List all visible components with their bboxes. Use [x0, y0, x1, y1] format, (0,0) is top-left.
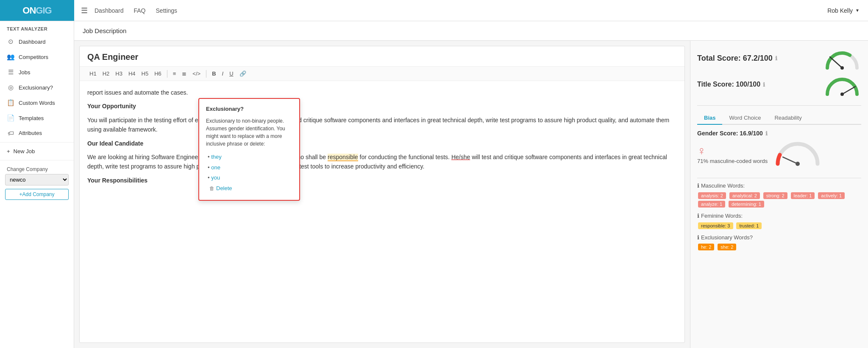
editor-heading-candidate: Our Ideal Candidate: [87, 139, 677, 148]
badge-she[interactable]: she: 2: [718, 244, 736, 250]
title-score-text: Title Score: 100/100: [697, 81, 760, 88]
badge-analyze[interactable]: analyze: 1: [698, 201, 725, 208]
sidebar: TEXT ANALYZER ⊙ Dashboard 👥 Competitors …: [0, 21, 74, 348]
editor-layout: QA Engineer H1 H2 H3 H4 H5 H6 ≡ ≣ </> B …: [74, 41, 868, 348]
logo: ONGIG: [22, 5, 51, 16]
sidebar-item-dashboard[interactable]: ⊙ Dashboard: [0, 34, 74, 49]
suggestion-you[interactable]: you: [208, 173, 292, 183]
gender-score-label: Gender Score: 16.9/100 ℹ: [697, 130, 861, 137]
highlighted-responsible[interactable]: responsible: [328, 154, 358, 161]
title-gauge-svg: [823, 74, 861, 97]
h1-button[interactable]: H1: [87, 69, 99, 78]
h4-button[interactable]: H4: [126, 69, 138, 78]
sidebar-item-attributes[interactable]: 🏷 Attributes: [0, 126, 74, 140]
editor-title-row: QA Engineer: [80, 46, 684, 67]
person-icon: ♀: [697, 144, 768, 158]
underline-button[interactable]: U: [227, 69, 235, 78]
h2-button[interactable]: H2: [100, 69, 112, 78]
sidebar-item-templates[interactable]: 📄 Templates: [0, 110, 74, 126]
change-company-label: Change Company: [0, 162, 74, 174]
tab-readability[interactable]: Readability: [768, 112, 808, 125]
nav-links: Dashboard FAQ Settings: [95, 7, 827, 14]
exclusionary-word-badges: he: 2 she: 2: [697, 243, 861, 251]
nav-dashboard[interactable]: Dashboard: [95, 7, 124, 14]
sidebar-item-exclusionary[interactable]: ◎ Exclusionary?: [0, 80, 74, 95]
suggestion-they[interactable]: they: [208, 152, 292, 163]
list-ordered-button[interactable]: ≣: [180, 69, 189, 78]
badge-responsible[interactable]: responsible: 3: [698, 222, 733, 229]
link-button[interactable]: 🔗: [237, 69, 248, 78]
sidebar-item-label: Dashboard: [19, 39, 46, 45]
add-company-area: +Add Company: [5, 189, 69, 200]
italic-button[interactable]: I: [220, 69, 226, 78]
total-gauge-svg: [823, 48, 861, 71]
hamburger-icon[interactable]: ☰: [74, 6, 95, 15]
masculine-label-text: Masculine Words:: [701, 182, 745, 189]
h6-button[interactable]: H6: [152, 69, 164, 78]
info-icon-masc: ℹ: [697, 182, 699, 189]
masculine-words-section: ℹ Masculine Words: analysis: 2 analytica…: [697, 182, 861, 208]
sidebar-item-jobs[interactable]: ☰ Jobs: [0, 65, 74, 80]
info-icon-fem: ℹ: [697, 213, 699, 219]
exclusionary-heishe-2[interactable]: He/she: [451, 154, 470, 160]
bold-button[interactable]: B: [210, 69, 218, 78]
badge-he[interactable]: he: 2: [698, 244, 714, 250]
gender-score-text: Gender Score: 16.9/100: [697, 130, 763, 137]
h3-button[interactable]: H3: [113, 69, 125, 78]
new-job-button[interactable]: + New Job: [0, 144, 74, 158]
feminine-label-text: Feminine Words:: [701, 213, 743, 219]
templates-icon: 📄: [7, 114, 14, 122]
badge-leader[interactable]: leader: 1: [791, 192, 815, 199]
h5-button[interactable]: H5: [139, 69, 151, 78]
add-company-button[interactable]: +Add Company: [5, 189, 69, 200]
badge-analytical[interactable]: analytical: 2: [729, 192, 760, 199]
svg-point-5: [796, 162, 800, 166]
masculine-words-label: ℹ Masculine Words:: [697, 182, 861, 189]
total-score-gauge: [823, 48, 861, 69]
tab-word-choice[interactable]: Word Choice: [722, 112, 768, 125]
badge-analysis[interactable]: analysis: 2: [698, 192, 726, 199]
right-panel: Total Score: 67.2/100 ℹ: [690, 41, 868, 348]
exclusionary-words-section: ℹ Exclusionary Words? he: 2 she: 2: [697, 234, 861, 251]
masculine-pct-label: 71% masculine-coded words: [697, 158, 768, 164]
tabs-row: Bias Word Choice Readability: [697, 112, 861, 125]
gender-score-info-icon[interactable]: ℹ: [765, 130, 768, 137]
editor-para-3: We are looking at hiring Software Engine…: [87, 152, 677, 171]
delete-option[interactable]: 🗑 Delete: [206, 183, 292, 194]
badge-strong[interactable]: strong: 2: [763, 192, 787, 199]
editor-title: QA Engineer: [87, 52, 138, 62]
competitors-icon: 👥: [7, 53, 14, 61]
nav-settings[interactable]: Settings: [156, 7, 178, 14]
badge-actively[interactable]: actively: 1: [818, 192, 845, 199]
dashboard-icon: ⊙: [7, 38, 14, 45]
top-nav: ONGIG ☰ Dashboard FAQ Settings Rob Kelly…: [0, 0, 868, 21]
sidebar-item-label: Custom Words: [19, 100, 55, 106]
new-job-label: New Job: [14, 148, 35, 154]
total-score-label: Total Score: 67.2/100 ℹ: [697, 54, 777, 63]
editor-content[interactable]: Exclusionary? Exclusionary to non-binary…: [80, 81, 684, 342]
sidebar-item-competitors[interactable]: 👥 Competitors: [0, 49, 74, 65]
attributes-icon: 🏷: [7, 129, 14, 137]
badge-trusted[interactable]: trusted: 1: [736, 222, 762, 229]
total-score-info-icon[interactable]: ℹ: [775, 55, 777, 62]
info-icon-excl: ℹ: [697, 234, 699, 241]
title-score-info-icon[interactable]: ℹ: [763, 81, 765, 88]
user-menu[interactable]: Rob Kelly ▼: [827, 7, 860, 14]
sidebar-item-custom-words[interactable]: 📋 Custom Words: [0, 95, 74, 110]
tab-bias[interactable]: Bias: [697, 112, 722, 125]
content-area: Job Description QA Engineer H1 H2 H3 H4 …: [74, 21, 868, 348]
sidebar-item-label: Templates: [19, 115, 44, 121]
list-bullet-button[interactable]: ≡: [171, 69, 178, 78]
badge-determining[interactable]: determining: 1: [729, 201, 764, 208]
company-select[interactable]: newco: [5, 174, 69, 185]
total-score-text: Total Score: 67.2/100: [697, 54, 773, 63]
sidebar-item-label: Jobs: [19, 69, 30, 76]
editor-panel: QA Engineer H1 H2 H3 H4 H5 H6 ≡ ≣ </> B …: [79, 46, 685, 343]
custom-words-icon: 📋: [7, 99, 14, 107]
code-block-button[interactable]: </>: [190, 69, 203, 78]
user-name: Rob Kelly: [827, 7, 853, 14]
suggestion-one[interactable]: one: [208, 163, 292, 173]
tooltip-body: Exclusionary to non-binary people. Assum…: [206, 117, 292, 148]
nav-faq[interactable]: FAQ: [134, 7, 146, 14]
exclusionary-label-text: Exclusionary Words?: [701, 234, 753, 241]
